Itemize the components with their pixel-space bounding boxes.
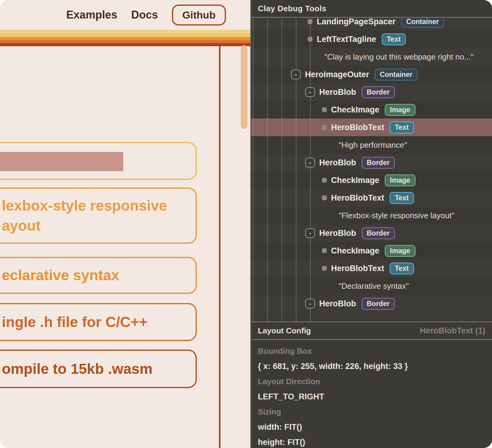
feature-box-flexbox-layout: lexbox-style responsive ayout [0, 188, 197, 244]
feature-box-declarative-syntax: eclarative syntax [0, 257, 197, 294]
tree-node-name: HeroBlobText [331, 193, 384, 203]
element-type-badge: Border [362, 298, 395, 310]
element-type-badge: Text [390, 192, 414, 204]
text-content-quote: "Clay is laying out this webpage right n… [324, 52, 473, 62]
leaf-bullet-icon [322, 125, 327, 130]
text-content-quote: "High performance" [339, 140, 407, 150]
feature-box-single-header: ingle .h file for C/C++ [0, 303, 197, 341]
collapse-button[interactable]: - [305, 299, 315, 308]
collapse-button[interactable]: - [305, 87, 315, 97]
tree-row[interactable]: - HeroImageOuter Container [251, 66, 492, 83]
element-type-badge: Text [390, 122, 414, 133]
element-type-badge: Border [362, 227, 395, 239]
feature-box-label: lexbox-style responsive ayout [0, 196, 167, 236]
page-vertical-divider [219, 46, 220, 448]
tree-row[interactable]: LeftTextTagline Text [251, 30, 492, 48]
layout-config-header: Layout Config HeroBlobText (1) [251, 322, 492, 340]
element-type-badge: Image [385, 245, 415, 257]
element-type-badge: Border [362, 86, 395, 98]
collapse-button[interactable]: - [305, 158, 315, 167]
leaf-bullet-icon [308, 19, 313, 24]
tree-row[interactable]: HeroBlobText Text [251, 189, 492, 207]
field-value-sizing-width: width: FIT() [258, 422, 302, 432]
tree-row[interactable]: - HeroBlob Border [251, 83, 492, 101]
debug-panel-title: Clay Debug Tools [258, 4, 326, 13]
feature-box-label: eclarative syntax [0, 265, 119, 285]
leaf-bullet-icon [322, 195, 327, 200]
tree-row[interactable]: HeroBlobText Text [251, 260, 492, 277]
tree-node-name: HeroBlob [319, 299, 356, 308]
tree-row-selected[interactable]: HeroBlobText Text [251, 119, 492, 136]
field-value-bounding-box: { x: 681, y: 255, width: 226, height: 33… [258, 362, 408, 371]
element-type-badge: Text [390, 263, 414, 274]
tree-node-name: HeroBlob [319, 229, 356, 238]
tree-node-name: HeroBlob [319, 88, 356, 97]
element-type-badge: Container [375, 69, 418, 81]
collapse-button[interactable]: - [291, 70, 301, 79]
feature-box-wasm: ompile to 15kb .wasm [0, 350, 197, 388]
tree-row[interactable]: - HeroBlob Border [251, 224, 492, 242]
selected-element-label: HeroBlobText (1) [420, 326, 485, 336]
text-content-quote: "Flexbox-style responsive layout" [339, 211, 454, 220]
tree-row[interactable]: CheckImage Image [251, 171, 492, 189]
tree-row-text-content[interactable]: "Clay is laying out this webpage right n… [251, 48, 492, 66]
debug-panel-header: Clay Debug Tools [251, 0, 492, 18]
tree-row-text-content[interactable]: "Flexbox-style responsive layout" [251, 207, 492, 224]
tree-row[interactable]: - HeroBlob Border [251, 154, 492, 171]
nav-link-examples[interactable]: Examples [66, 9, 117, 21]
top-nav: Examples Docs Github [66, 0, 226, 30]
field-value-sizing-height: height: FIT() [258, 438, 305, 447]
tree-node-name: CheckImage [331, 176, 379, 185]
field-value-layout-direction: LEFT_TO_RIGHT [258, 392, 324, 401]
field-label-bounding-box: Bounding Box [258, 346, 312, 356]
page-scrollbar-thumb[interactable] [241, 45, 248, 129]
selected-element-highlight [0, 152, 123, 171]
leaf-bullet-icon [322, 107, 327, 112]
leaf-bullet-icon [322, 178, 327, 183]
element-type-badge: Image [385, 174, 415, 186]
tree-row[interactable]: LandingPageSpacer Container [251, 18, 492, 30]
text-content-quote: "Declarative syntax" [339, 281, 409, 291]
debug-panel: LandingPageSpacer Container LeftTextTagl… [250, 0, 492, 448]
tree-node-name: LandingPageSpacer [317, 18, 396, 26]
tree-node-name: HeroBlob [319, 158, 356, 167]
tree-row[interactable]: CheckImage Image [251, 101, 492, 119]
layout-config-title: Layout Config [258, 326, 311, 336]
element-tree: LandingPageSpacer Container LeftTextTagl… [251, 18, 492, 322]
element-type-badge: Container [401, 18, 444, 28]
element-type-badge: Image [385, 104, 415, 116]
layout-config-fields: Bounding Box { x: 681, y: 255, width: 22… [251, 340, 492, 448]
tree-row[interactable]: - HeroBlob Border [251, 295, 492, 312]
tree-node-name: CheckImage [331, 246, 379, 256]
tree-row[interactable]: CheckImage Image [251, 242, 492, 260]
feature-box-label: ompile to 15kb .wasm [0, 359, 152, 379]
tree-node-name: HeroImageOuter [305, 70, 369, 79]
leaf-bullet-icon [322, 248, 327, 253]
tree-node-name: LeftTextTagline [317, 35, 376, 44]
nav-link-docs[interactable]: Docs [131, 9, 158, 21]
tree-node-name: HeroBlobText [331, 264, 384, 273]
element-type-badge: Border [362, 157, 395, 169]
layout-config-section: Layout Config HeroBlobText (1) Bounding … [251, 322, 492, 448]
field-label-layout-direction: Layout Direction [258, 377, 320, 386]
tree-node-name: CheckImage [331, 105, 379, 115]
feature-box-label: ingle .h file for C/C++ [0, 312, 148, 332]
tree-row-text-content[interactable]: "Declarative syntax" [251, 277, 492, 295]
element-type-badge: Text [382, 33, 406, 45]
github-button[interactable]: Github [172, 5, 226, 26]
field-label-sizing: Sizing [258, 407, 281, 417]
app-window: Examples Docs Github igh performance lex… [0, 0, 492, 448]
tree-row-text-content[interactable]: "High performance" [251, 136, 492, 154]
leaf-bullet-icon [322, 266, 327, 271]
leaf-bullet-icon [308, 37, 313, 42]
collapse-button[interactable]: - [305, 228, 315, 238]
tree-node-name: HeroBlobText [331, 123, 384, 132]
